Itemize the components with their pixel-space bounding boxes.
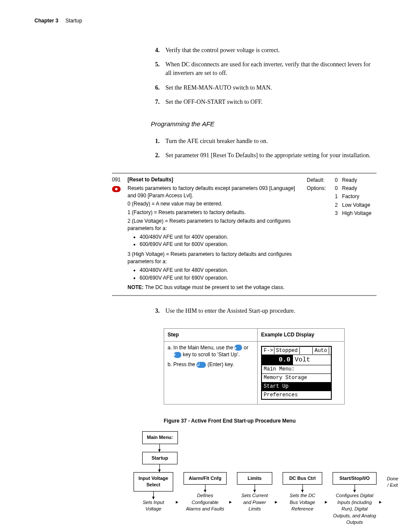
text: b. Press the: [168, 361, 196, 367]
param-number: 091: [112, 176, 128, 184]
flow-box: Start/Stop/I/O: [333, 472, 377, 485]
step-text: Set the OFF-ON-START switch to OFF.: [165, 99, 262, 105]
up-key-icon: ▲: [234, 345, 242, 351]
option-value: 0: [332, 184, 338, 193]
lcd-text: Stopped: [274, 347, 300, 355]
text: a. In the Main Menu, use the: [168, 345, 234, 351]
flowchart: Main Menu: Startup Input Voltage Select …: [134, 431, 377, 526]
step-cell: a. In the Main Menu, use the ▲ or ▼ key …: [164, 341, 258, 404]
param-desc: Resets parameters to factory defaults ex…: [128, 185, 302, 199]
lcd-text: Preferences: [264, 392, 298, 399]
default-value: 0: [332, 176, 338, 184]
page-header: Chapter 3 Startup: [34, 17, 377, 25]
step-text: When DC disconnects are used for each in…: [165, 61, 371, 76]
steps-list-2: 1.Turn the AFE circuit breaker handle to…: [155, 137, 377, 160]
flow-box: Limits: [237, 472, 272, 485]
flow-desc: Sets Input Voltage: [138, 499, 168, 513]
section-title: Programming the AFE: [151, 119, 377, 128]
enter-key-icon: [196, 362, 206, 368]
option-name: Ready: [342, 184, 377, 193]
flow-done: Done / Exit: [387, 476, 398, 489]
section-label: Startup: [65, 18, 82, 24]
step-num: 5.: [155, 60, 160, 69]
step-num: 4.: [155, 46, 160, 55]
text: (Enter) key.: [208, 361, 234, 367]
option-name: High Voltage: [342, 209, 377, 218]
flow-box: Input Voltage Select: [134, 472, 173, 492]
chapter-label: Chapter 3: [34, 18, 58, 24]
step-num: 1.: [155, 137, 160, 146]
col-header-lcd: Example LCD Display: [258, 328, 345, 341]
step-text: Use the HIM to enter the Assisted Start-…: [165, 308, 295, 314]
lcd-text: F->: [264, 347, 273, 355]
option-name: Low Voltage: [342, 201, 377, 209]
param-bullet: 400/480V AFE unit for 400V operation.: [140, 233, 302, 241]
note-label: NOTE:: [128, 284, 143, 290]
lcd-display: F-> Stopped Auto 0.0 Volt Main Menu: Mem…: [261, 346, 332, 400]
step-text: Set the REM-MAN-AUTO switch to MAN.: [165, 84, 272, 91]
red-indicator-icon: [112, 186, 121, 192]
figure-caption: Figure 37 - Active Front End Start-up Pr…: [164, 417, 377, 425]
text: or: [244, 345, 249, 351]
steps-list-1: 4.Verify that the control power voltage …: [155, 46, 377, 106]
option-value: 1: [332, 193, 338, 201]
step-num: 7.: [155, 98, 160, 106]
step-table: Step Example LCD Display a. In the Main …: [164, 328, 345, 405]
down-key-icon: ▼: [174, 352, 181, 358]
step-num: 3.: [155, 307, 160, 315]
flow-box: DC Bus Ctrl: [283, 472, 322, 485]
step-text: Turn the AFE circuit breaker handle to o…: [165, 138, 268, 144]
param-bullet: 600/690V AFE unit for 600V operation.: [140, 241, 302, 248]
flow-box: Alarm/Flt Cnfg: [184, 472, 227, 485]
lcd-value: 0.0: [262, 355, 293, 365]
flow-startup: Startup: [142, 452, 177, 464]
lcd-cell: F-> Stopped Auto 0.0 Volt Main Menu: Mem…: [258, 341, 345, 404]
option-name: Factory: [342, 193, 377, 201]
lcd-unit: Volt: [293, 355, 313, 365]
flow-desc: Configures Digital Inputs (including Run…: [333, 492, 376, 526]
option-value: 3: [332, 209, 338, 218]
option-value: 2: [332, 201, 338, 209]
param-line: 3 (High Voltage) = Resets parameters to …: [128, 251, 302, 265]
param-line: 2 (Low Voltage) = Resets parameters to f…: [128, 218, 302, 232]
param-line: 0 (Ready) = A new value may be entered.: [128, 200, 302, 208]
param-bullet: 600/690V AFE unit for 690V operation.: [140, 274, 302, 282]
param-bullet: 400/480V AFE unit for 480V operation.: [140, 267, 302, 274]
param-line: 1 (Factory) = Resets parameters to facto…: [128, 209, 302, 216]
lcd-text: Memory Storage: [264, 374, 307, 382]
lcd-text: Start Up: [264, 383, 289, 390]
flow-desc: Sets Current and Power Limits: [240, 492, 270, 512]
note-text: The DC bus voltage must be present to se…: [143, 284, 284, 290]
param-name: [Reset to Defaults]: [128, 176, 302, 184]
parameter-table: 091 [Reset to Defaults] Resets parameter…: [112, 173, 377, 296]
options-label: Options:: [307, 184, 332, 193]
step-num: 2.: [155, 151, 160, 160]
lcd-text: Main Menu:: [264, 366, 295, 373]
step-num: 6.: [155, 84, 160, 92]
flow-main-menu: Main Menu:: [142, 431, 178, 444]
default-name: Ready: [342, 176, 377, 184]
flow-desc: Defines Configurable Alarms and Faults: [186, 492, 224, 512]
default-label: Default:: [307, 176, 332, 184]
steps-list-3: 3.Use the HIM to enter the Assisted Star…: [155, 307, 377, 315]
lcd-text: Auto: [312, 347, 329, 355]
flow-desc: Sets the DC Bus Voltage Reference: [285, 492, 320, 512]
step-text: Verify that the control power voltage is…: [165, 47, 280, 53]
step-text: Set parameter 091 [Reset To Defaults] to…: [165, 152, 371, 159]
text: key to scroll to 'Start Up'.: [183, 352, 240, 358]
col-header-step: Step: [164, 328, 258, 341]
